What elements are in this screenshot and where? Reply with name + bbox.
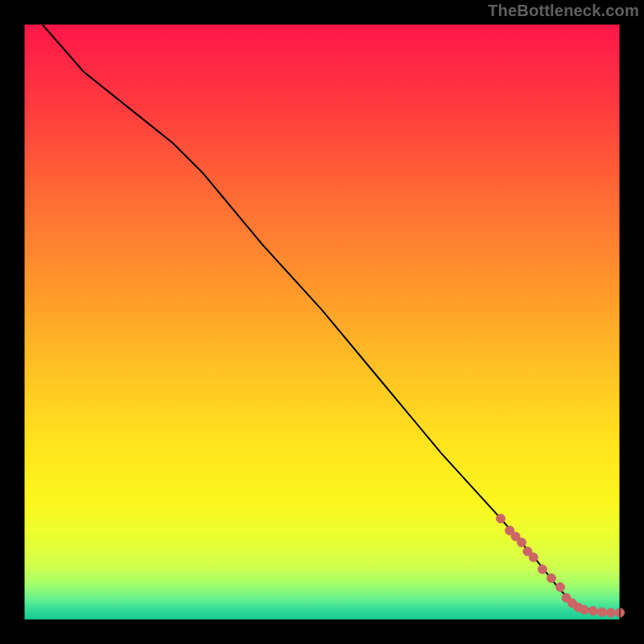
marker-point	[556, 583, 565, 592]
watermark-text: TheBottleneck.com	[488, 2, 639, 20]
marker-point	[529, 553, 538, 562]
marker-point	[547, 574, 555, 583]
marker-point	[606, 609, 615, 617]
marker-point	[497, 514, 506, 523]
chart-svg	[0, 0, 644, 644]
marker-point	[588, 606, 597, 615]
marker-point	[538, 565, 547, 574]
marker-point	[580, 605, 588, 614]
marker-point	[597, 608, 606, 617]
chart-stage: TheBottleneck.com	[0, 0, 644, 644]
plot-background	[24, 24, 620, 620]
marker-point	[517, 538, 526, 547]
